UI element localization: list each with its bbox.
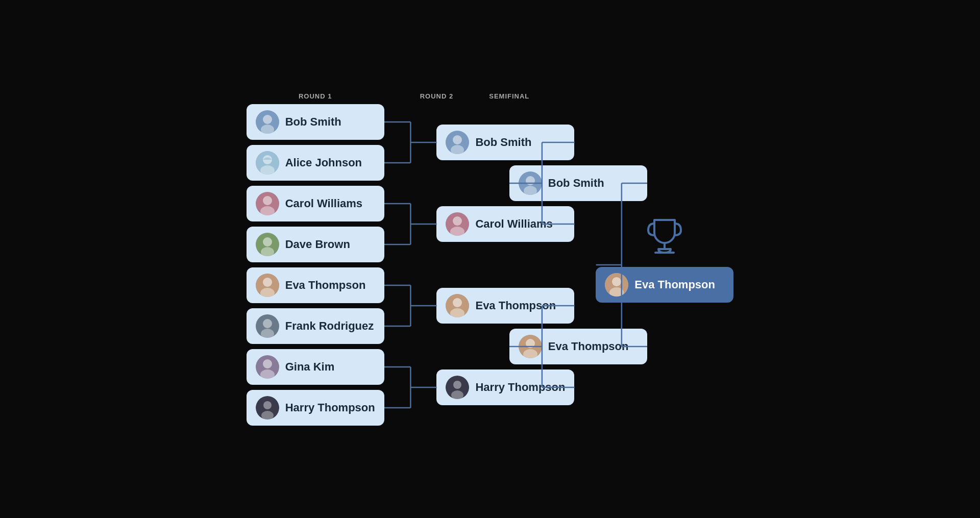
player-card-r1p3[interactable]: Carol Williams [247, 186, 384, 221]
avatar-r2p2 [446, 212, 469, 236]
player-card-r2p1[interactable]: Bob Smith [436, 125, 574, 160]
r2-slot: Harry Thompson [436, 369, 574, 405]
svg-point-35 [263, 196, 272, 205]
player-card-winner[interactable]: Eva Thompson [596, 267, 733, 303]
player-card-r1p2[interactable]: Alice Johnson [247, 145, 384, 181]
player-card-r1p7[interactable]: Gina Kim [247, 349, 384, 385]
svg-point-62 [453, 381, 461, 389]
svg-point-59 [453, 298, 462, 307]
player-card-r3p1[interactable]: Bob Smith [509, 165, 647, 201]
avatar-r1p1 [256, 110, 279, 134]
r1-slot: Carol Williams [247, 186, 384, 221]
player-card-r3p2[interactable]: Eva Thompson [509, 329, 647, 364]
avatar-r2p1 [446, 131, 469, 154]
winner-area: Eva Thompson [596, 216, 733, 303]
player-name-r1p4: Dave Brown [285, 238, 350, 251]
player-card-r2p3[interactable]: Eva Thompson [436, 288, 574, 324]
r1-slot: Eva Thompson [247, 267, 384, 303]
r1-slot: Dave Brown [247, 227, 384, 262]
svg-point-68 [526, 339, 535, 348]
winner-card: Eva Thompson [596, 267, 733, 303]
avatar-r3p2 [519, 335, 542, 358]
round-2: Round 2 Bob Smith Carol Williams Eva Tho… [420, 92, 454, 426]
r2-slot: Bob Smith [436, 125, 574, 160]
avatar-r1p7 [256, 355, 279, 379]
r2-slot: Eva Thompson [436, 288, 574, 324]
player-name-r1p1: Bob Smith [285, 115, 341, 129]
player-name-winner: Eva Thompson [634, 278, 715, 291]
r1-slot: Gina Kim [247, 349, 384, 385]
bracket-container: Round 1 Bob Smith Alice Johnson Carol Wi… [226, 82, 754, 436]
player-name-r1p3: Carol Williams [285, 197, 362, 210]
avatar-r1p5 [256, 274, 279, 297]
player-card-r2p2[interactable]: Carol Williams [436, 206, 574, 242]
avatar-r1p3 [256, 192, 279, 215]
avatar-r3p1 [519, 171, 542, 195]
r3-slot: Bob Smith [509, 165, 647, 201]
player-card-r2p4[interactable]: Harry Thompson [436, 369, 574, 405]
player-name-r1p5: Eva Thompson [285, 279, 366, 292]
player-name-r2p2: Carol Williams [475, 217, 552, 231]
player-card-r1p1[interactable]: Bob Smith [247, 104, 384, 140]
svg-point-50 [263, 401, 272, 409]
avatar-r2p4 [446, 376, 469, 399]
svg-point-73 [612, 277, 621, 286]
svg-point-47 [263, 359, 272, 368]
r3-slot: Eva Thompson [509, 329, 647, 364]
svg-point-53 [453, 135, 462, 144]
r1-slot: Alice Johnson [247, 145, 384, 181]
player-name-r2p4: Harry Thompson [475, 381, 565, 394]
svg-point-65 [526, 176, 535, 185]
avatar-r1p8 [256, 396, 279, 420]
svg-point-38 [263, 237, 272, 246]
trophy-icon [644, 216, 685, 257]
avatar-r1p2 [256, 151, 279, 175]
player-card-r1p4[interactable]: Dave Brown [247, 227, 384, 262]
r1-slot: Bob Smith [247, 104, 384, 140]
r2-slot: Carol Williams [436, 206, 574, 242]
player-name-r3p1: Bob Smith [548, 177, 604, 190]
svg-point-41 [263, 278, 272, 287]
svg-point-44 [263, 319, 272, 328]
player-name-r2p3: Eva Thompson [475, 299, 556, 312]
avatar-r2p3 [446, 294, 469, 317]
svg-point-56 [453, 216, 462, 226]
round3-label: Semifinal [489, 92, 529, 100]
player-name-r3p2: Eva Thompson [548, 340, 629, 353]
r1-slot: Frank Rodriguez [247, 308, 384, 344]
player-card-r1p5[interactable]: Eva Thompson [247, 267, 384, 303]
svg-point-29 [263, 115, 272, 124]
player-name-r1p2: Alice Johnson [285, 156, 362, 169]
avatar-winner [605, 273, 628, 297]
player-name-r1p7: Gina Kim [285, 360, 335, 374]
player-name-r1p6: Frank Rodriguez [285, 319, 374, 333]
avatar-r1p4 [256, 233, 279, 256]
r1-slot: Harry Thompson [247, 390, 384, 426]
round2-label: Round 2 [420, 92, 454, 100]
round1-label: Round 1 [299, 92, 332, 100]
player-card-r1p6[interactable]: Frank Rodriguez [247, 308, 384, 344]
avatar-r1p6 [256, 314, 279, 338]
round-1: Round 1 Bob Smith Alice Johnson Carol Wi… [247, 92, 384, 426]
player-card-r1p8[interactable]: Harry Thompson [247, 390, 384, 426]
player-name-r2p1: Bob Smith [475, 136, 531, 149]
player-name-r1p8: Harry Thompson [285, 401, 375, 414]
